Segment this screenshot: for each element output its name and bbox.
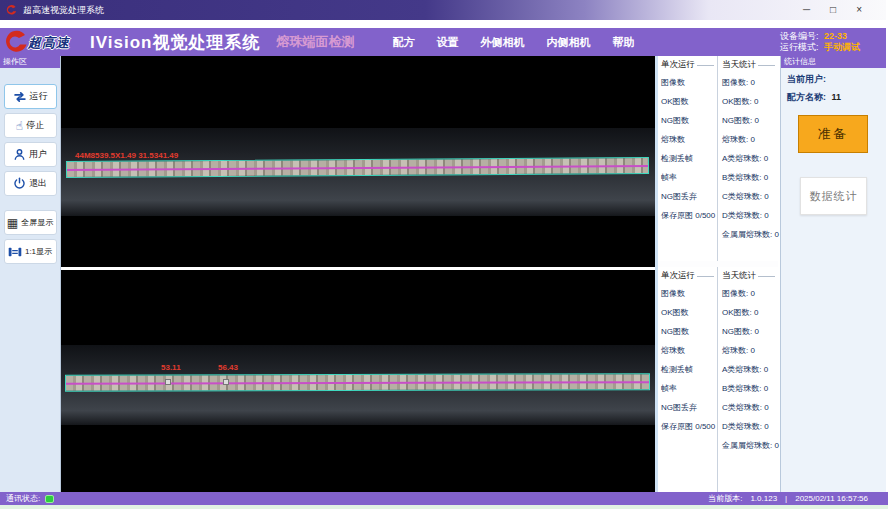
today-stats-column: 当天统计 图像数: 0OK图数: 0NG图数: 0熔珠数: 0A类熔珠数: 0B… bbox=[719, 267, 777, 492]
bead-centerline bbox=[67, 165, 648, 171]
today-stats-title: 当天统计 bbox=[722, 59, 756, 71]
status-bar: 通讯状态: 当前版本: 1.0.123 | 2025/02/11 16:57:5… bbox=[0, 492, 888, 505]
stat-value: NG图数: 0 bbox=[719, 111, 777, 130]
version-label: 当前版本: bbox=[708, 493, 742, 504]
recipe-name-value: 11 bbox=[832, 92, 842, 102]
minimize-icon[interactable]: ─ bbox=[803, 0, 810, 20]
prepare-button[interactable]: 准备 bbox=[798, 115, 868, 153]
stat-value: A类熔珠数: 0 bbox=[719, 149, 777, 168]
stop-button[interactable]: ☝ 停止 bbox=[4, 113, 57, 138]
stat-label: 熔珠数 bbox=[658, 130, 716, 149]
stat-value: A类熔珠数: 0 bbox=[719, 360, 777, 379]
stat-value: 熔珠数: 0 bbox=[719, 130, 777, 149]
window-controls: ─ □ × bbox=[803, 0, 862, 20]
app-logo-icon bbox=[6, 4, 18, 16]
window-title: 超高速视觉处理系统 bbox=[23, 4, 104, 17]
stat-label: OK图数 bbox=[658, 303, 716, 322]
statistics-info-panel: 统计信息 当前用户: 配方名称: 11 准备 数据统计 bbox=[780, 56, 886, 492]
measurement-annotation: 53.11 bbox=[161, 363, 181, 372]
taskbar-strip bbox=[0, 505, 888, 509]
stat-value: OK图数: 0 bbox=[719, 92, 777, 111]
exit-button[interactable]: 退出 bbox=[4, 171, 57, 196]
single-run-title: 单次运行 bbox=[661, 59, 695, 71]
stat-label: NG图数 bbox=[658, 111, 716, 130]
today-stats-column: 当天统计 图像数: 0OK图数: 0NG图数: 0熔珠数: 0A类熔珠数: 0B… bbox=[719, 56, 777, 261]
single-run-column: 单次运行 图像数OK图数NG图数熔珠数检测丢帧帧率NG图丢弃保存原图 0/500 bbox=[658, 267, 716, 492]
stat-value: 金属屑熔珠数: 0 bbox=[719, 436, 777, 455]
user-icon bbox=[13, 148, 26, 161]
current-user-label: 当前用户: bbox=[787, 74, 826, 84]
stat-value: B类熔珠数: 0 bbox=[719, 168, 777, 187]
run-cycle-icon bbox=[13, 91, 27, 103]
user-button-label: 用户 bbox=[29, 148, 47, 161]
comm-status-label: 通讯状态: bbox=[6, 493, 40, 504]
stats-panel-top: 单次运行 图像数OK图数NG图数熔珠数检测丢帧帧率NG图丢弃保存原图 0/500… bbox=[658, 56, 778, 261]
stat-value: C类熔珠数: 0 bbox=[719, 187, 777, 206]
status-separator: | bbox=[785, 494, 787, 503]
comm-status-indicator bbox=[45, 495, 54, 503]
operation-sidebar: 操作区 运行 ☝ 停止 用户 退出 ▦ 全屏显示 bbox=[0, 56, 61, 492]
app-header: 超高速 IVision视觉处理系统 熔珠端面检测 配方设置外侧相机内侧相机帮助 … bbox=[0, 28, 886, 56]
measurement-annotation: 56.43 bbox=[218, 363, 238, 372]
stat-value: B类熔珠数: 0 bbox=[719, 379, 777, 398]
stats-panel-bottom: 单次运行 图像数OK图数NG图数熔珠数检测丢帧帧率NG图丢弃保存原图 0/500… bbox=[658, 267, 778, 492]
bead-centerline bbox=[66, 381, 649, 385]
single-run-title: 单次运行 bbox=[661, 270, 695, 282]
version-value: 1.0.123 bbox=[750, 494, 777, 503]
data-statistics-button[interactable]: 数据统计 bbox=[800, 177, 867, 215]
brand-logo-icon bbox=[4, 29, 30, 55]
device-number-label: 设备编号: bbox=[780, 31, 819, 41]
bead-marker bbox=[165, 379, 171, 385]
stat-label: 图像数 bbox=[658, 73, 716, 92]
sidebar-title: 操作区 bbox=[0, 56, 60, 68]
stat-value: D类熔珠数: 0 bbox=[719, 417, 777, 436]
stat-value: 图像数: 0 bbox=[719, 73, 777, 92]
menu-item[interactable]: 帮助 bbox=[612, 35, 634, 50]
stat-label: 检测丢帧 bbox=[658, 360, 716, 379]
stat-label: NG图丢弃 bbox=[658, 187, 716, 206]
menu-item[interactable]: 内侧相机 bbox=[546, 35, 590, 50]
hand-stop-icon: ☝ bbox=[16, 120, 23, 132]
stat-label: OK图数 bbox=[658, 92, 716, 111]
stop-button-label: 停止 bbox=[26, 119, 44, 132]
stat-label: 图像数 bbox=[658, 284, 716, 303]
stat-value: C类熔珠数: 0 bbox=[719, 398, 777, 417]
stat-value: NG图数: 0 bbox=[719, 322, 777, 341]
camera-view-outer[interactable]: 44M8539.5X1.49 31.5341.49 bbox=[61, 56, 655, 267]
stat-value: D类熔珠数: 0 bbox=[719, 206, 777, 225]
header-info: 设备编号: 22-33 运行模式: 手动调试 bbox=[780, 31, 860, 53]
stat-value: OK图数: 0 bbox=[719, 303, 777, 322]
fullscreen-grid-icon: ▦ bbox=[7, 217, 18, 229]
main-menu: 配方设置外侧相机内侧相机帮助 bbox=[392, 35, 634, 50]
run-button[interactable]: 运行 bbox=[4, 84, 57, 109]
fullscreen-button[interactable]: ▦ 全屏显示 bbox=[4, 210, 57, 235]
run-button-label: 运行 bbox=[30, 90, 48, 103]
stat-label: 帧率 bbox=[658, 168, 716, 187]
run-mode-value: 手动调试 bbox=[824, 42, 860, 52]
stat-label: NG图数 bbox=[658, 322, 716, 341]
window-titlebar: 超高速视觉处理系统 ─ □ × bbox=[0, 0, 886, 20]
power-icon bbox=[13, 177, 26, 190]
measurement-annotation: 44M8539.5X1.49 31.5341.49 bbox=[75, 151, 178, 160]
menu-item[interactable]: 外侧相机 bbox=[480, 35, 524, 50]
exit-button-label: 退出 bbox=[29, 177, 47, 190]
one-to-one-button-label: 1:1显示 bbox=[25, 246, 52, 257]
one-to-one-button[interactable]: 1:1显示 bbox=[4, 239, 57, 264]
stat-label: 保存原图 0/500 bbox=[658, 206, 716, 225]
recipe-name-label: 配方名称: bbox=[787, 92, 826, 102]
stat-label: 熔珠数 bbox=[658, 341, 716, 360]
camera-view-inner[interactable]: 53.11 56.43 bbox=[61, 270, 655, 492]
brand-logo: 超高速 bbox=[4, 28, 90, 56]
stat-label: 帧率 bbox=[658, 379, 716, 398]
restore-icon[interactable]: □ bbox=[830, 0, 836, 20]
stat-value: 金属屑熔珠数: 0 bbox=[719, 225, 777, 244]
app-title: IVision视觉处理系统 bbox=[90, 31, 260, 54]
close-icon[interactable]: × bbox=[856, 0, 862, 20]
run-mode-label: 运行模式: bbox=[780, 42, 819, 52]
datetime-value: 2025/02/11 16:57:56 bbox=[795, 494, 868, 503]
user-button[interactable]: 用户 bbox=[4, 142, 57, 167]
menu-item[interactable]: 配方 bbox=[392, 35, 414, 50]
weld-bead-roi bbox=[65, 373, 650, 392]
menu-item[interactable]: 设置 bbox=[436, 35, 458, 50]
stat-label: NG图丢弃 bbox=[658, 398, 716, 417]
